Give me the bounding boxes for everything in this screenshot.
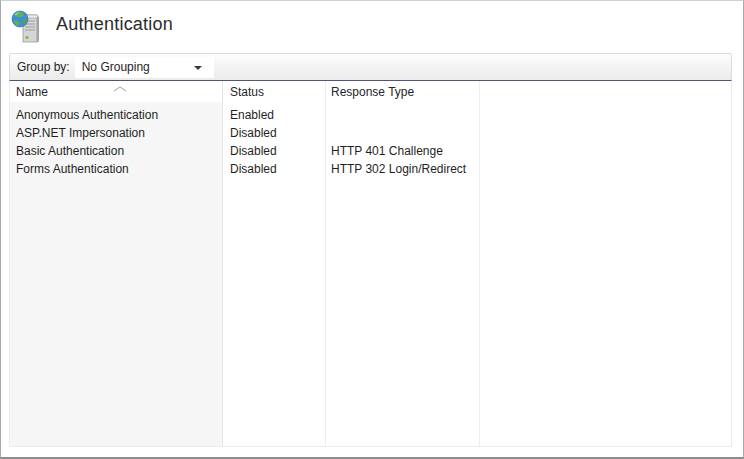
globe-icon: [12, 11, 28, 27]
column-header-status[interactable]: Status: [222, 85, 325, 102]
group-by-label: Group by:: [17, 60, 70, 74]
table-row[interactable]: Forms Authentication Disabled HTTP 302 L…: [10, 160, 731, 178]
cell-status: Disabled: [222, 126, 325, 140]
dropdown-arrow-icon: [194, 66, 202, 70]
cell-response-type: HTTP 302 Login/Redirect: [325, 162, 479, 176]
cell-name: ASP.NET Impersonation: [10, 126, 222, 140]
sort-ascending-icon: [113, 86, 127, 92]
page-header: Authentication: [1, 1, 743, 53]
cell-status: Disabled: [222, 144, 325, 158]
cell-name: Forms Authentication: [10, 162, 222, 176]
table-row[interactable]: ASP.NET Impersonation Disabled: [10, 124, 731, 142]
column-header-label: Status: [230, 85, 264, 99]
group-by-selected-value: No Grouping: [82, 60, 150, 74]
cell-response-type: HTTP 401 Challenge: [325, 144, 479, 158]
page-title: Authentication: [56, 14, 173, 35]
authentication-feature-page: Authentication Group by: No Grouping Nam…: [0, 0, 744, 459]
column-header-label: Response Type: [331, 85, 414, 99]
column-header-label: Name: [16, 85, 48, 99]
column-header-name[interactable]: Name: [10, 85, 222, 102]
authentication-list: Name Status Response Type Anonymous Auth…: [9, 80, 732, 447]
cell-name: Anonymous Authentication: [10, 108, 222, 122]
table-row[interactable]: Anonymous Authentication Enabled: [10, 106, 731, 124]
cell-status: Disabled: [222, 162, 325, 176]
iis-server-icon: [11, 8, 43, 44]
cell-status: Enabled: [222, 108, 325, 122]
cell-name: Basic Authentication: [10, 144, 222, 158]
list-header-row: Name Status Response Type: [10, 81, 731, 102]
list-rows: Anonymous Authentication Enabled ASP.NET…: [10, 102, 731, 446]
column-header-response-type[interactable]: Response Type: [325, 85, 479, 102]
table-row[interactable]: Basic Authentication Disabled HTTP 401 C…: [10, 142, 731, 160]
toolbar: Group by: No Grouping: [9, 53, 732, 80]
group-by-dropdown[interactable]: No Grouping: [75, 57, 214, 78]
